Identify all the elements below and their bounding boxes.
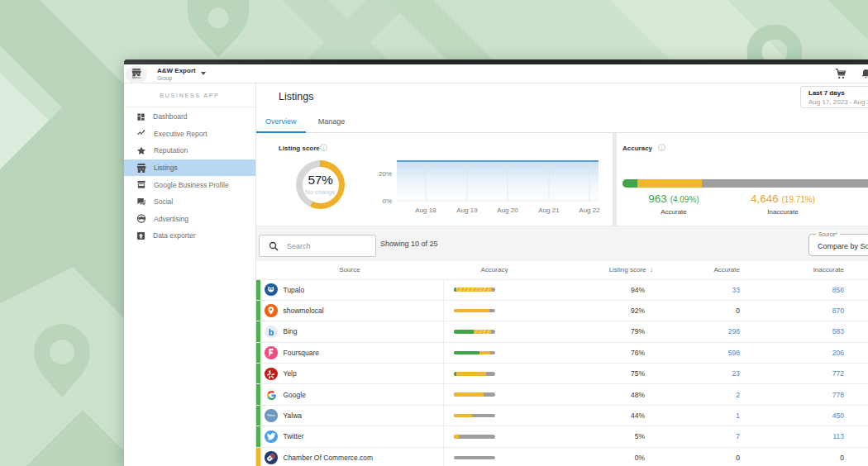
- svg-text:Aug 22: Aug 22: [579, 207, 600, 214]
- svg-text:0%: 0%: [382, 197, 392, 205]
- svg-text:Aug 20: Aug 20: [497, 207, 518, 214]
- svg-text:20%: 20%: [379, 170, 392, 178]
- svg-text:Yalwa: Yalwa: [267, 415, 275, 418]
- svg-text:Aug 21: Aug 21: [538, 207, 560, 214]
- svg-text:b: b: [269, 326, 274, 336]
- svg-text:Aug 18: Aug 18: [415, 207, 436, 214]
- svg-text:Aug 19: Aug 19: [456, 207, 478, 214]
